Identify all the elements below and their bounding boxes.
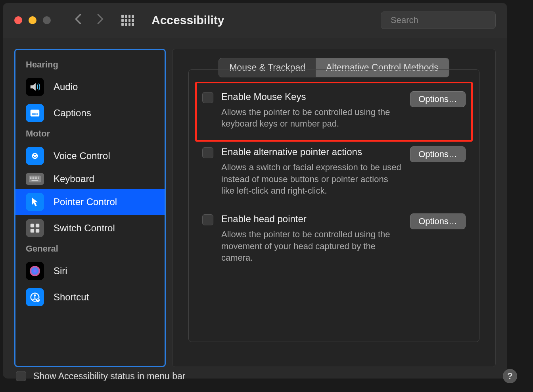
sidebar-item-audio[interactable]: Audio: [15, 74, 165, 100]
page-title: Accessibility: [151, 13, 224, 27]
sidebar-section-label: Motor: [15, 126, 165, 143]
setting-label: Enable Mouse Keys: [221, 91, 402, 102]
show-all-icon[interactable]: [121, 15, 134, 26]
svg-rect-23: [31, 229, 34, 232]
sidebar-section-label: General: [15, 241, 165, 258]
setting-row: Enable head pointerAllows the pointer to…: [202, 211, 466, 278]
svg-rect-19: [38, 178, 39, 179]
svg-point-6: [34, 154, 36, 155]
sidebar-item-pointer-control[interactable]: Pointer Control: [15, 189, 165, 215]
sidebar-item-label: Keyboard: [54, 173, 94, 184]
svg-rect-13: [38, 177, 39, 178]
setting-label: Enable alternative pointer actions: [221, 146, 402, 158]
pointer-icon: [26, 193, 44, 211]
sidebar-item-label: Captions: [54, 108, 91, 119]
sidebar-item-captions[interactable]: Captions: [15, 100, 165, 126]
svg-point-25: [30, 265, 40, 276]
back-button[interactable]: [75, 13, 82, 27]
sidebar-item-shortcut[interactable]: Shortcut: [15, 284, 165, 310]
svg-rect-3: [32, 113, 36, 114]
voice-icon: [26, 147, 44, 165]
sidebar-item-label: Siri: [54, 265, 67, 277]
setting-description: Allows a switch or facial expression to …: [221, 161, 402, 197]
sidebar-item-label: Audio: [54, 81, 78, 92]
sidebar-item-label: Voice Control: [54, 150, 110, 161]
svg-point-27: [34, 294, 36, 296]
svg-rect-17: [35, 178, 36, 179]
svg-rect-14: [30, 178, 31, 179]
switch-icon: [26, 219, 44, 237]
svg-rect-18: [36, 178, 37, 179]
footer: Show Accessibility status in menu bar ?: [16, 369, 507, 378]
svg-rect-22: [36, 223, 39, 227]
svg-rect-16: [33, 178, 34, 179]
main-panel: Mouse & TrackpadAlternative Control Meth…: [172, 49, 496, 367]
show-status-checkbox[interactable]: [16, 371, 26, 378]
siri-icon: [26, 262, 44, 280]
svg-rect-10: [33, 177, 34, 178]
svg-rect-9: [32, 177, 33, 178]
show-status-label: Show Accessibility status in menu bar: [33, 371, 186, 379]
setting-row: Enable alternative pointer actionsAllows…: [202, 144, 466, 211]
traffic-lights: [14, 16, 51, 24]
shortcut-icon: [26, 288, 44, 306]
settings-group: Enable Mouse KeysAllows the pointer to b…: [188, 69, 479, 342]
sidebar-item-siri[interactable]: Siri: [15, 258, 165, 284]
setting-description: Allows the pointer to be controlled usin…: [221, 106, 402, 130]
keyboard-icon: [26, 173, 44, 185]
sidebar-section-label: Hearing: [15, 57, 165, 74]
setting-checkbox[interactable]: [202, 92, 213, 103]
captions-icon: [26, 104, 44, 122]
help-button[interactable]: ?: [503, 369, 507, 378]
options-button[interactable]: Options…: [410, 213, 466, 229]
sidebar-item-label: Pointer Control: [54, 196, 117, 208]
svg-rect-24: [36, 229, 39, 232]
setting-label: Enable head pointer: [221, 213, 402, 225]
svg-rect-4: [36, 113, 38, 114]
svg-rect-15: [32, 178, 33, 179]
speaker-icon: [26, 78, 44, 96]
options-button[interactable]: Options…: [410, 146, 466, 162]
sidebar-item-label: Shortcut: [54, 292, 89, 303]
options-button[interactable]: Options…: [410, 91, 466, 107]
maximize-button[interactable]: [43, 16, 51, 24]
preferences-window: Accessibility HearingAudioCaptionsMotorV…: [3, 3, 507, 378]
setting-description: Allows the pointer to be controlled usin…: [221, 229, 402, 264]
setting-checkbox[interactable]: [202, 147, 213, 158]
svg-point-28: [36, 298, 40, 302]
sidebar-item-keyboard[interactable]: Keyboard: [15, 169, 165, 189]
svg-rect-2: [31, 110, 40, 116]
svg-rect-21: [31, 223, 34, 227]
titlebar: Accessibility: [3, 3, 507, 38]
nav-arrows: [75, 13, 104, 27]
sidebar: HearingAudioCaptionsMotorVoice ControlKe…: [14, 49, 166, 367]
svg-rect-20: [32, 180, 38, 181]
body-area: HearingAudioCaptionsMotorVoice ControlKe…: [3, 38, 507, 379]
search-input[interactable]: [391, 15, 500, 25]
sidebar-item-switch-control[interactable]: Switch Control: [15, 215, 165, 241]
minimize-button[interactable]: [29, 16, 36, 24]
forward-button[interactable]: [97, 13, 104, 27]
sidebar-item-label: Switch Control: [54, 223, 115, 234]
svg-rect-11: [35, 177, 36, 178]
svg-rect-12: [36, 177, 37, 178]
sidebar-item-voice-control[interactable]: Voice Control: [15, 143, 165, 169]
svg-rect-8: [30, 177, 31, 178]
close-button[interactable]: [14, 16, 22, 24]
search-field[interactable]: [381, 12, 496, 29]
setting-checkbox[interactable]: [202, 214, 213, 225]
setting-row: Enable Mouse KeysAllows the pointer to b…: [202, 89, 466, 144]
